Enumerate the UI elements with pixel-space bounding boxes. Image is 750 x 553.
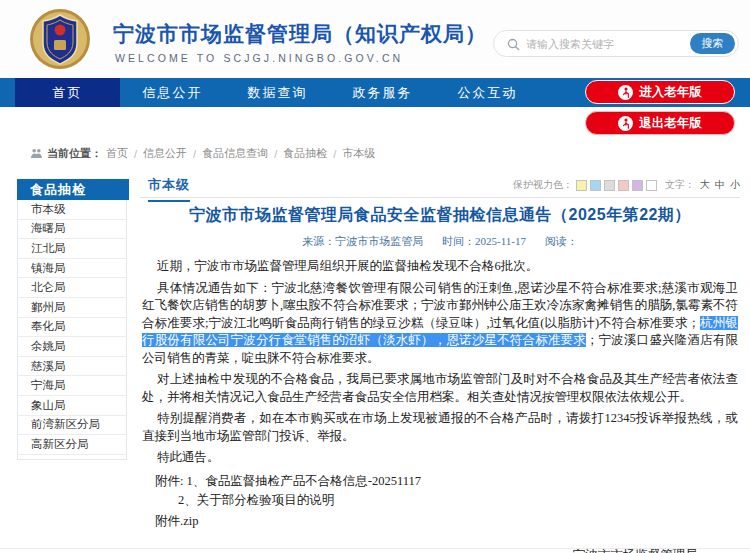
sidebar-item-yinzhou[interactable]: 鄞州局: [18, 298, 126, 318]
sidebar-title: 食品抽检: [17, 179, 129, 200]
attachment-link-1[interactable]: 附件: 1、食品监督抽检产品不合格信息-20251117: [140, 472, 740, 491]
article-source: 来源：宁波市市场监管局: [302, 235, 423, 247]
breadcrumb: 当前位置： 首页 / 信息公开 / 食品信息查询 / 食品抽检 / 市本级: [30, 146, 375, 161]
nav-item-data-query[interactable]: 数据查询: [225, 78, 330, 107]
page: 宁波市市场监督管理局（知识产权局） WELCOME TO SCJGJ.NINGB…: [0, 0, 750, 553]
breadcrumb-separator: /: [333, 148, 336, 160]
vision-color-swatch[interactable]: [576, 180, 587, 191]
font-size-label: 文字：: [665, 178, 695, 192]
agency-emblem-logo: [28, 7, 92, 71]
article-title: 宁波市市场监督管理局食品安全监督抽检信息通告（2025年第22期）: [140, 205, 740, 226]
article-meta: 来源：宁波市市场监管局 时间：2025-11-17 阅读：: [140, 234, 740, 249]
breadcrumb-item-food-info-query[interactable]: 食品信息查询: [202, 146, 268, 161]
breadcrumb-item-food-sampling[interactable]: 食品抽检: [283, 146, 327, 161]
font-size-medium[interactable]: 中: [715, 178, 725, 192]
vision-color-swatch[interactable]: [646, 180, 657, 191]
sidebar-item-beilun[interactable]: 北仑局: [18, 278, 126, 298]
sidebar-item-ninghai[interactable]: 宁海局: [18, 376, 126, 396]
main-content: 市本级 保护视力色： 文字： 大 中 小 宁波市市场监督管理局食品安全监督抽检信…: [140, 172, 740, 553]
content-tab-row: 市本级 保护视力色： 文字： 大 中 小: [140, 172, 740, 198]
sidebar-item-qianwan[interactable]: 前湾新区分局: [18, 416, 126, 436]
nav-item-info-disclosure[interactable]: 信息公开: [120, 78, 225, 107]
sidebar-item-cixi[interactable]: 慈溪局: [18, 357, 126, 377]
attachments: 附件: 1、食品监督抽检产品不合格信息-20251117 2、关于部分检验项目的…: [140, 472, 740, 531]
article-paragraph-4: 特别提醒消费者，如在本市购买或在市场上发现被通报的不合格产品时，请拨打12345…: [142, 410, 738, 445]
attachment-link-2[interactable]: 2、关于部分检验项目的说明: [140, 491, 740, 510]
sidebar-item-gaoxin[interactable]: 高新区分局: [18, 435, 126, 455]
footer-divider: [0, 548, 750, 549]
elderly-icon: [618, 116, 633, 131]
tab-city-level[interactable]: 市本级: [148, 176, 190, 202]
search-button[interactable]: 搜索: [690, 33, 735, 54]
enter-senior-mode-button[interactable]: 进入老年版: [585, 80, 735, 104]
font-size-small[interactable]: 小: [730, 178, 740, 192]
elderly-icon: [618, 85, 633, 100]
article-time: 时间：2025-11-17: [442, 235, 526, 247]
search-box: 搜索: [493, 30, 739, 57]
paragraph-2-text: 具体情况通告如下：宁波北慈湾餐饮管理有限公司销售的汪刺鱼,恩诺沙星不符合标准要求…: [142, 281, 738, 330]
vision-color-swatch[interactable]: [604, 180, 615, 191]
sidebar-item-jiangbei[interactable]: 江北局: [18, 239, 126, 259]
nav-item-gov-services[interactable]: 政务服务: [330, 78, 435, 107]
location-icon: [30, 148, 43, 159]
breadcrumb-separator: /: [193, 148, 196, 160]
vision-color-label: 保护视力色：: [513, 178, 573, 192]
attachment-zip-link[interactable]: 附件.zip: [140, 512, 740, 531]
search-input[interactable]: [526, 32, 676, 55]
sidebar: 食品抽检 市本级 海曙局 江北局 镇海局 北仑局 鄞州局 奉化局 余姚局 慈溪局…: [17, 180, 127, 460]
article-paragraph-1: 近期，宁波市市场监督管理局组织开展的监督抽检发现不合格6批次。: [142, 258, 738, 276]
nav-item-home[interactable]: 首页: [15, 78, 120, 107]
exit-senior-mode-label: 退出老年版: [639, 115, 702, 132]
nav-item-public-interaction[interactable]: 公众互动: [435, 78, 540, 107]
breadcrumb-separator: /: [274, 148, 277, 160]
vision-color-swatch[interactable]: [618, 180, 629, 191]
breadcrumb-item-info[interactable]: 信息公开: [143, 146, 187, 161]
article-paragraph-3: 对上述抽检中发现的不合格食品，我局已要求属地市场监管部门及时对不合格食品及其生产…: [142, 371, 738, 406]
article-paragraph-5: 特此通告。: [142, 449, 738, 467]
site-title: 宁波市市场监督管理局（知识产权局）: [113, 20, 487, 48]
search-icon: [507, 38, 520, 51]
sidebar-item-yuyao[interactable]: 余姚局: [18, 337, 126, 357]
sidebar-item-haishu[interactable]: 海曙局: [18, 220, 126, 240]
sidebar-item-city-level[interactable]: 市本级: [18, 200, 126, 220]
site-header: 宁波市市场监督管理局（知识产权局） WELCOME TO SCJGJ.NINGB…: [0, 0, 750, 78]
font-size-large[interactable]: 大: [700, 178, 710, 192]
article-paragraph-2: 具体情况通告如下：宁波北慈湾餐饮管理有限公司销售的汪刺鱼,恩诺沙星不符合标准要求…: [142, 280, 738, 368]
article-read-count: 阅读：: [545, 235, 578, 247]
article-body: 近期，宁波市市场监督管理局组织开展的监督抽检发现不合格6批次。 具体情况通告如下…: [140, 258, 740, 467]
breadcrumb-item-home[interactable]: 首页: [106, 146, 128, 161]
breadcrumb-label: 当前位置：: [47, 146, 102, 161]
sidebar-item-zhenhai[interactable]: 镇海局: [18, 259, 126, 279]
sidebar-item-xiangshan[interactable]: 象山局: [18, 396, 126, 416]
sidebar-item-fenghua[interactable]: 奉化局: [18, 318, 126, 338]
exit-senior-mode-button[interactable]: 退出老年版: [585, 111, 735, 135]
vision-color-swatch[interactable]: [590, 180, 601, 191]
breadcrumb-item-city-level[interactable]: 市本级: [342, 146, 375, 161]
vision-color-swatch[interactable]: [632, 180, 643, 191]
breadcrumb-separator: /: [134, 148, 137, 160]
site-subtitle: WELCOME TO SCJGJ.NINGBO.GOV.CN: [115, 52, 403, 64]
enter-senior-mode-label: 进入老年版: [639, 84, 702, 101]
accessibility-controls: 保护视力色： 文字： 大 中 小: [513, 178, 740, 192]
